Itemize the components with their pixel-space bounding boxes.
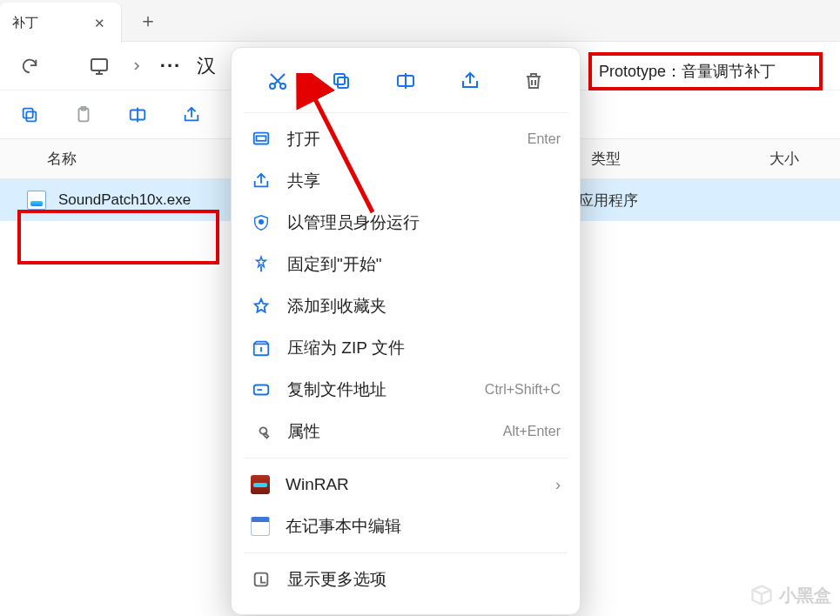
watermark-text: 小黑盒 <box>779 584 831 607</box>
menu-item-edit-notepad[interactable]: 在记事本中编辑 <box>232 506 580 547</box>
close-icon[interactable]: ✕ <box>94 16 105 31</box>
watermark: 小黑盒 <box>749 583 831 607</box>
monitor-icon[interactable] <box>78 45 120 87</box>
menu-item-add-favorite[interactable]: 添加到收藏夹 <box>232 285 580 327</box>
copy-icon[interactable] <box>9 94 50 136</box>
file-type: 应用程序 <box>579 191 757 211</box>
menu-item-compress-zip[interactable]: 压缩为 ZIP 文件 <box>232 327 580 369</box>
window-title-text: Prototype：音量调节补丁 <box>599 61 776 82</box>
new-tab-button[interactable]: ＋ <box>129 2 167 40</box>
window-tabs: 补丁 ✕ ＋ <box>0 0 840 42</box>
menu-item-pin-to-start[interactable]: 固定到"开始" <box>232 244 580 285</box>
menu-item-run-as-admin[interactable]: 以管理员身份运行 <box>232 202 580 244</box>
svg-rect-8 <box>338 77 348 88</box>
rename-icon[interactable] <box>117 94 158 136</box>
svg-rect-12 <box>257 136 266 141</box>
tab-title: 补丁 <box>12 15 38 31</box>
window-title-highlight: Prototype：音量调节补丁 <box>588 52 823 90</box>
svg-point-6 <box>270 84 275 89</box>
svg-rect-0 <box>91 59 107 70</box>
delete-icon[interactable] <box>516 64 551 98</box>
menu-item-properties[interactable]: 属性 Alt+Enter <box>232 411 580 452</box>
svg-rect-2 <box>24 108 33 117</box>
svg-rect-9 <box>334 74 345 84</box>
svg-rect-1 <box>26 111 36 121</box>
column-header-size[interactable]: 大小 <box>769 149 840 169</box>
menu-item-winrar[interactable]: WinRAR › <box>232 464 580 506</box>
breadcrumb-segment[interactable]: 汉 <box>197 53 216 79</box>
share-icon[interactable] <box>453 64 487 98</box>
menu-item-share[interactable]: 共享 <box>232 160 580 202</box>
tab-active[interactable]: 补丁 ✕ <box>0 3 122 44</box>
winrar-icon <box>251 475 270 494</box>
cut-icon[interactable] <box>260 64 295 98</box>
paste-icon[interactable] <box>63 94 104 136</box>
notepad-icon <box>251 517 270 536</box>
breadcrumb-overflow[interactable]: ··· <box>153 45 188 87</box>
rename-icon[interactable] <box>388 64 423 98</box>
exe-file-icon <box>24 190 50 211</box>
menu-item-show-more-options[interactable]: 显示更多选项 <box>232 559 580 600</box>
context-menu: 打开 Enter 共享 以管理员身份运行 固定到"开始" 添加到收藏夹 压缩为 … <box>231 47 581 615</box>
svg-point-7 <box>280 84 286 89</box>
menu-item-open[interactable]: 打开 Enter <box>232 118 580 160</box>
share-icon[interactable] <box>171 94 212 136</box>
chevron-right-icon: › <box>555 476 561 494</box>
chevron-right-icon[interactable] <box>122 45 151 87</box>
context-menu-quick-actions <box>232 57 580 107</box>
copy-icon[interactable] <box>324 64 359 98</box>
svg-point-13 <box>259 220 264 224</box>
refresh-icon[interactable] <box>9 45 50 87</box>
menu-item-copy-path[interactable]: 复制文件地址 Ctrl+Shift+C <box>232 369 580 411</box>
column-header-type[interactable]: 类型 <box>591 149 769 169</box>
